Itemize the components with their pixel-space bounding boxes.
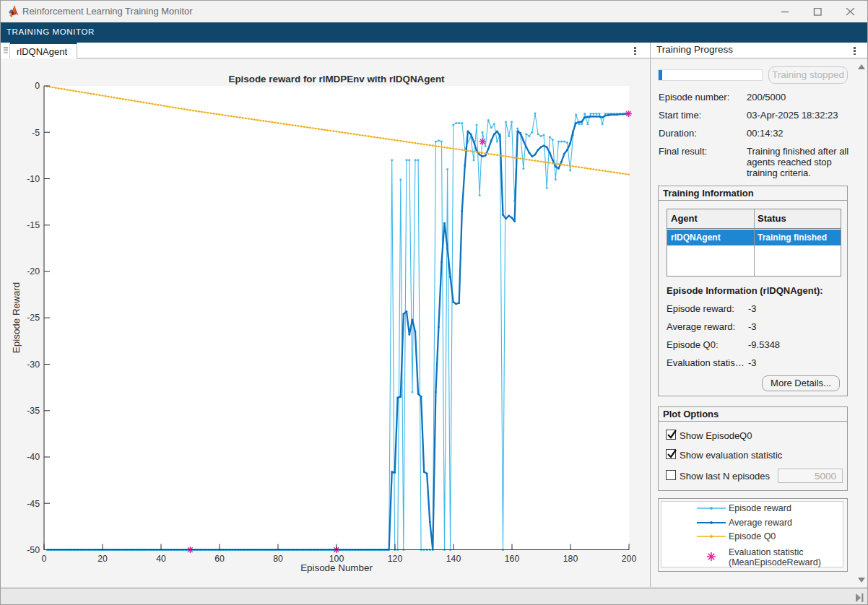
svg-text:-30: -30 — [27, 360, 40, 370]
svg-text:0: 0 — [35, 81, 40, 91]
svg-text:80: 80 — [273, 554, 283, 564]
svg-text:-45: -45 — [27, 499, 40, 509]
svg-text:200: 200 — [622, 554, 637, 564]
svg-text:0: 0 — [42, 554, 47, 564]
svg-text:60: 60 — [214, 554, 225, 564]
svg-text:-25: -25 — [27, 313, 40, 323]
svg-text:-10: -10 — [27, 174, 40, 184]
svg-text:Episode Number: Episode Number — [300, 562, 373, 573]
svg-text:40: 40 — [156, 554, 166, 564]
svg-text:-20: -20 — [27, 266, 40, 277]
svg-text:140: 140 — [446, 554, 461, 564]
svg-text:-50: -50 — [27, 545, 40, 555]
svg-text:120: 120 — [388, 554, 403, 564]
svg-text:160: 160 — [505, 554, 520, 564]
svg-text:180: 180 — [563, 554, 578, 564]
svg-text:Episode reward for rlMDPEnv wi: Episode reward for rlMDPEnv with rlDQNAg… — [228, 74, 445, 84]
svg-text:-15: -15 — [27, 220, 40, 230]
svg-text:-40: -40 — [27, 452, 40, 462]
svg-text:-5: -5 — [32, 128, 40, 138]
svg-text:-35: -35 — [27, 406, 40, 416]
svg-text:Episode Reward: Episode Reward — [11, 282, 22, 353]
svg-text:20: 20 — [97, 554, 108, 564]
